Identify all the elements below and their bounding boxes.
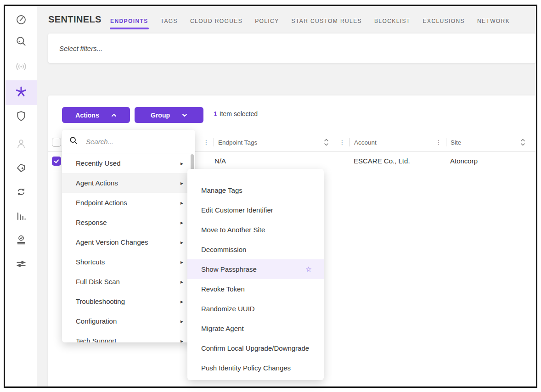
select-all-checkbox[interactable] <box>52 138 61 147</box>
tab-policy[interactable]: POLICY <box>255 18 279 29</box>
sidebar-item-activity[interactable] <box>5 235 37 247</box>
sidebar-item-sync[interactable] <box>5 186 37 199</box>
chevron-up-icon <box>111 113 117 117</box>
screenshot-stage: SENTINELS ENDPOINTS TAGS CLOUD ROGUES PO… <box>0 0 541 392</box>
tab-tags[interactable]: TAGS <box>161 18 178 29</box>
tab-cloud-rogues[interactable]: CLOUD ROGUES <box>190 18 242 29</box>
submenu-item-confirm-local-upgrade-downgrade[interactable]: Confirm Local Upgrade/Downgrade <box>187 338 324 358</box>
menu-item-troubleshooting[interactable]: Troubleshooting▸ <box>62 291 195 311</box>
submenu-item-migrate-agent[interactable]: Migrate Agent <box>187 319 324 338</box>
dashboard-gauge-icon <box>15 14 27 28</box>
actions-dropdown-menu: Search... Recently Used▸ Agent Actions▸ … <box>62 130 195 342</box>
column-divider <box>349 138 350 146</box>
app-frame: SENTINELS ENDPOINTS TAGS CLOUD ROGUES PO… <box>4 5 537 388</box>
menu-search-field[interactable]: Search... <box>62 130 195 153</box>
submenu-item-manage-tags[interactable]: Manage Tags <box>187 180 324 200</box>
column-menu-icon[interactable]: ⋮ <box>435 139 442 146</box>
sliders-icon <box>15 258 27 272</box>
submenu-arrow-icon: ▸ <box>180 279 183 285</box>
filter-bar[interactable]: Select filters... <box>48 34 536 63</box>
column-divider <box>214 138 214 146</box>
column-endpoint-tags: ⋮ Endpoint Tags <box>203 133 257 151</box>
sidebar-item-search[interactable] <box>5 36 37 49</box>
sort-icon-site[interactable] <box>520 138 525 148</box>
submenu-item-revoke-token[interactable]: Revoke Token <box>187 279 324 299</box>
sort-icon-account[interactable] <box>324 138 329 148</box>
submenu-arrow-icon: ▸ <box>180 259 183 265</box>
column-menu-icon[interactable]: ⋮ <box>339 139 345 146</box>
actions-button[interactable]: Actions <box>62 107 130 123</box>
search-icon <box>15 35 27 49</box>
menu-item-configuration[interactable]: Configuration▸ <box>62 311 195 331</box>
menu-item-agent-version-changes[interactable]: Agent Version Changes▸ <box>62 232 195 252</box>
menu-item-shortcuts[interactable]: Shortcuts▸ <box>62 252 195 272</box>
module-tabs: ENDPOINTS TAGS CLOUD ROGUES POLICY STAR … <box>110 18 510 29</box>
submenu-item-decommission[interactable]: Decommission <box>187 240 324 259</box>
submenu-arrow-icon: ▸ <box>180 338 183 343</box>
tab-exclusions[interactable]: EXCLUSIONS <box>423 18 465 29</box>
menu-item-tech-support[interactable]: Tech Support▸ <box>62 331 195 342</box>
column-menu-icon[interactable]: ⋮ <box>203 139 209 146</box>
sidebar-item-settings[interactable] <box>5 258 37 271</box>
menu-item-recently-used[interactable]: Recently Used▸ <box>62 153 195 173</box>
cell-account: ESCARE Co., Ltd. <box>354 151 410 171</box>
sidebar-item-policy-shield[interactable] <box>5 111 37 123</box>
submenu-arrow-icon: ▸ <box>180 219 183 226</box>
page-title: SENTINELS <box>48 14 101 25</box>
chevron-down-icon <box>182 113 187 117</box>
submenu-arrow-icon: ▸ <box>180 318 183 325</box>
bar-chart-icon <box>15 210 27 224</box>
submenu-item-push-identity-policy-changes[interactable]: Push Identity Policy Changes <box>187 358 324 378</box>
tag-diamond-icon <box>15 162 27 176</box>
cell-endpoint-tags: N/A <box>214 151 226 171</box>
left-nav-sidebar <box>5 6 37 386</box>
menu-item-response[interactable]: Response▸ <box>62 213 195 232</box>
menu-item-agent-actions[interactable]: Agent Actions▸ <box>62 173 195 193</box>
user-icon <box>15 138 27 151</box>
submenu-item-randomize-uuid[interactable]: Randomize UUID <box>187 299 324 319</box>
sidebar-item-sentinels[interactable] <box>5 80 37 105</box>
tab-star-custom-rules[interactable]: STAR CUSTOM RULES <box>292 18 362 29</box>
sync-icon <box>15 186 27 200</box>
menu-item-list: Recently Used▸ Agent Actions▸ Endpoint A… <box>62 153 195 342</box>
agent-actions-submenu: Manage Tags Edit Customer Identifier Mov… <box>187 169 324 380</box>
menu-item-endpoint-actions[interactable]: Endpoint Actions▸ <box>62 193 195 213</box>
column-divider <box>446 138 446 146</box>
activity-check-icon <box>15 234 27 248</box>
group-button[interactable]: Group <box>135 107 203 123</box>
submenu-item-move-to-another-site[interactable]: Move to Another Site <box>187 220 324 240</box>
selection-count: 1Item selected <box>214 110 258 118</box>
favorite-star-icon[interactable]: ☆ <box>305 266 312 273</box>
search-icon <box>69 136 78 146</box>
main-content: SENTINELS ENDPOINTS TAGS CLOUD ROGUES PO… <box>37 6 536 386</box>
tab-blocklist[interactable]: BLOCKLIST <box>374 18 411 29</box>
row-checkbox-checked[interactable] <box>52 157 61 166</box>
filter-placeholder: Select filters... <box>59 45 102 52</box>
sidebar-item-users[interactable] <box>5 138 37 151</box>
menu-item-full-disk-scan[interactable]: Full Disk Scan▸ <box>62 272 195 291</box>
submenu-arrow-icon: ▸ <box>180 200 183 206</box>
sidebar-item-dashboard[interactable] <box>5 14 37 27</box>
cell-site: Atoncorp <box>450 151 478 171</box>
submenu-arrow-icon: ▸ <box>180 298 183 305</box>
menu-search-placeholder: Search... <box>86 138 113 146</box>
broadcast-icon <box>15 61 28 74</box>
sidebar-item-tags[interactable] <box>5 162 37 175</box>
sidebar-item-broadcast[interactable] <box>5 61 37 74</box>
check-icon <box>53 158 60 164</box>
submenu-arrow-icon: ▸ <box>180 239 183 246</box>
column-site: ⋮ Site <box>435 133 461 151</box>
sidebar-item-reports[interactable] <box>5 211 37 224</box>
shield-icon <box>15 110 27 124</box>
submenu-arrow-icon: ▸ <box>180 180 183 186</box>
column-account: ⋮ Account <box>339 133 377 151</box>
sentinels-logo-icon <box>15 85 28 100</box>
submenu-arrow-icon: ▸ <box>180 160 183 167</box>
tab-network[interactable]: NETWORK <box>477 18 510 29</box>
submenu-item-show-passphrase[interactable]: Show Passphrase☆ <box>187 259 324 279</box>
tab-endpoints[interactable]: ENDPOINTS <box>110 18 148 29</box>
submenu-item-edit-customer-identifier[interactable]: Edit Customer Identifier <box>187 200 324 220</box>
